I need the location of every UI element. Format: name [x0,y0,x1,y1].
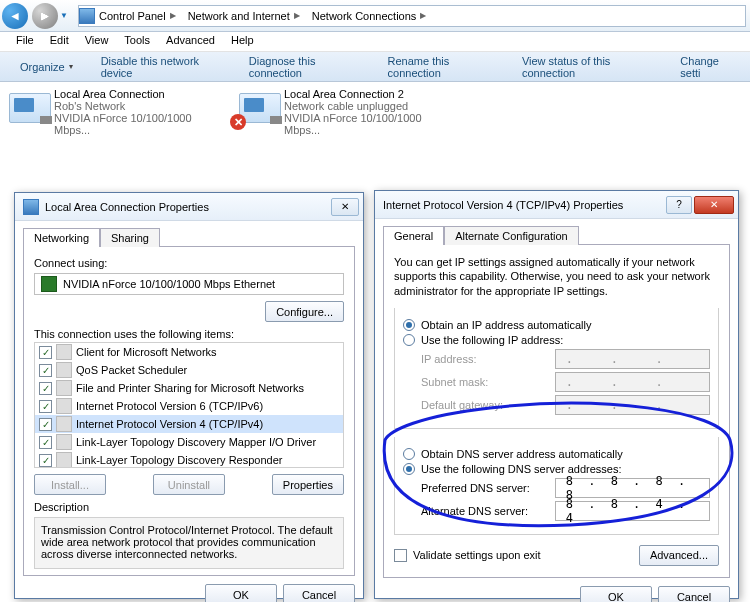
subnet-input: . . . [555,372,710,392]
crumb-label: Control Panel [99,10,166,22]
component-list[interactable]: ✓Client for Microsoft Networks ✓QoS Pack… [34,342,344,468]
crumb-network-internet[interactable]: Network and Internet▶ [184,6,308,26]
description-label: Description [34,501,344,513]
tab-panel: You can get IP settings assigned automat… [383,244,730,578]
properties-button[interactable]: Properties [272,474,344,495]
connection-status: Rob's Network [54,100,226,112]
checkbox[interactable]: ✓ [39,418,52,431]
menu-view[interactable]: View [77,32,117,51]
uninstall-button[interactable]: Uninstall [153,474,225,495]
tab-general[interactable]: General [383,226,444,245]
radio-label: Obtain DNS server address automatically [421,448,623,460]
dialog-titlebar[interactable]: Local Area Connection Properties ✕ [15,193,363,221]
forward-button[interactable]: ► [32,3,58,29]
alt-dns-input[interactable]: 8 . 8 . 4 . 4 [555,501,710,521]
validate-checkbox[interactable]: ✓ [394,549,407,562]
crumb-label: Network Connections [312,10,417,22]
view-status-button[interactable]: View status of this connection [508,52,666,81]
crumb-network-connections[interactable]: Network Connections▶ [308,6,435,26]
connection-adapter: NVIDIA nForce 10/100/1000 Mbps... [284,112,456,136]
component-icon [56,380,72,396]
list-item[interactable]: ✓Internet Protocol Version 6 (TCP/IPv6) [35,397,343,415]
component-icon [56,452,72,468]
configure-button[interactable]: Configure... [265,301,344,322]
component-icon [56,398,72,414]
dialog-titlebar[interactable]: Internet Protocol Version 4 (TCP/IPv4) P… [375,191,738,219]
command-bar: Organize Disable this network device Dia… [0,52,750,82]
disable-device-button[interactable]: Disable this network device [87,52,235,81]
tabstrip: General Alternate Configuration [383,225,730,244]
connection-title: Local Area Connection [54,88,226,100]
change-settings-button[interactable]: Change setti [666,52,750,81]
back-button[interactable]: ◄ [2,3,28,29]
items-label: This connection uses the following items… [34,328,344,340]
component-icon [56,362,72,378]
connection-title: Local Area Connection 2 [284,88,456,100]
chevron-right-icon[interactable]: ▶ [290,11,304,20]
radio-obtain-ip[interactable] [403,319,415,331]
tab-panel: Connect using: NVIDIA nForce 10/100/1000… [23,246,355,576]
explorer-navbar: ◄ ► ▼ Control Panel▶ Network and Interne… [0,0,750,32]
tab-sharing[interactable]: Sharing [100,228,160,247]
checkbox[interactable]: ✓ [39,400,52,413]
lac-properties-dialog: Local Area Connection Properties ✕ Netwo… [14,192,364,599]
list-item[interactable]: ✓File and Printer Sharing for Microsoft … [35,379,343,397]
adapter-name: NVIDIA nForce 10/100/1000 Mbps Ethernet [63,278,275,290]
connection-item[interactable]: Local Area Connection Rob's Network NVID… [6,88,226,136]
nic-small-icon [23,199,39,215]
rename-button[interactable]: Rename this connection [374,52,508,81]
cancel-button[interactable]: Cancel [283,584,355,602]
connection-adapter: NVIDIA nForce 10/100/1000 Mbps... [54,112,226,136]
help-button[interactable]: ? [666,196,692,214]
menu-edit[interactable]: Edit [42,32,77,51]
ok-button[interactable]: OK [580,586,652,602]
menu-advanced[interactable]: Advanced [158,32,223,51]
list-item[interactable]: ✓Client for Microsoft Networks [35,343,343,361]
cancel-button[interactable]: Cancel [658,586,730,602]
advanced-button[interactable]: Advanced... [639,545,719,566]
list-item[interactable]: ✓QoS Packet Scheduler [35,361,343,379]
component-icon [56,416,72,432]
crumb-control-panel[interactable]: Control Panel▶ [95,6,184,26]
radio-label: Use the following IP address: [421,334,563,346]
chevron-right-icon[interactable]: ▶ [416,11,430,20]
list-item[interactable]: ✓Link-Layer Topology Discovery Responder [35,451,343,468]
checkbox[interactable]: ✓ [39,382,52,395]
close-button[interactable]: ✕ [331,198,359,216]
radio-use-dns[interactable] [403,463,415,475]
ok-button[interactable]: OK [205,584,277,602]
radio-use-ip[interactable] [403,334,415,346]
menu-tools[interactable]: Tools [116,32,158,51]
checkbox[interactable]: ✓ [39,454,52,467]
checkbox[interactable]: ✓ [39,346,52,359]
checkbox[interactable]: ✓ [39,364,52,377]
ip-group: Obtain an IP address automatically Use t… [394,308,719,429]
item-label: Link-Layer Topology Discovery Responder [76,454,282,466]
ip-address-input: . . . [555,349,710,369]
adapter-field[interactable]: NVIDIA nForce 10/100/1000 Mbps Ethernet [34,273,344,295]
intro-text: You can get IP settings assigned automat… [394,255,719,298]
tab-networking[interactable]: Networking [23,228,100,247]
menu-file[interactable]: File [8,32,42,51]
checkbox[interactable]: ✓ [39,436,52,449]
connection-item[interactable]: ✕ Local Area Connection 2 Network cable … [236,88,456,136]
close-button[interactable]: ✕ [694,196,734,214]
chevron-right-icon[interactable]: ▶ [166,11,180,20]
validate-label: Validate settings upon exit [413,549,541,561]
item-label: Client for Microsoft Networks [76,346,217,358]
address-bar[interactable]: Control Panel▶ Network and Internet▶ Net… [78,5,746,27]
list-item[interactable]: ✓Internet Protocol Version 4 (TCP/IPv4) [35,415,343,433]
install-button[interactable]: Install... [34,474,106,495]
menu-help[interactable]: Help [223,32,262,51]
diagnose-button[interactable]: Diagnose this connection [235,52,374,81]
history-dropdown[interactable]: ▼ [60,11,74,20]
pref-dns-input[interactable]: 8 . 8 . 8 . 8 [555,478,710,498]
tabstrip: Networking Sharing [23,227,355,246]
list-item[interactable]: ✓Link-Layer Topology Discovery Mapper I/… [35,433,343,451]
organize-button[interactable]: Organize [6,52,87,81]
item-label: Internet Protocol Version 6 (TCP/IPv6) [76,400,263,412]
crumb-label: Network and Internet [188,10,290,22]
radio-obtain-dns[interactable] [403,448,415,460]
tab-alt-config[interactable]: Alternate Configuration [444,226,579,245]
component-icon [56,434,72,450]
